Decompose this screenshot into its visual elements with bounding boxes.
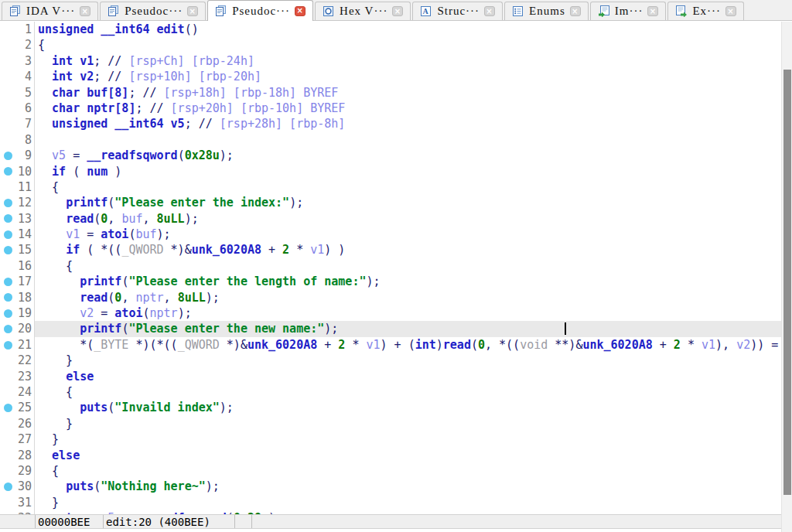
code-line[interactable]: 26 } <box>0 416 781 431</box>
code-line[interactable]: 1unsigned __int64 edit() <box>0 22 781 37</box>
gutter-marker-cell <box>0 353 15 368</box>
code-line[interactable]: 14 v1 = atoi(buf); <box>0 227 781 242</box>
code-line[interactable]: 29 { <box>0 463 781 479</box>
code-line[interactable]: 4 int v2; // [rsp+10h] [rbp-20h] <box>0 69 781 84</box>
tab-close-icon[interactable]: × <box>80 6 90 16</box>
line-number: 26 <box>15 416 35 431</box>
code-line[interactable]: 28 else <box>0 448 781 463</box>
code-text: } <box>35 353 781 368</box>
tab-close-icon[interactable]: × <box>392 6 403 16</box>
tab-label: Enums <box>529 5 565 18</box>
code-line[interactable]: 9 v5 = __readfsqword(0x28u); <box>0 148 781 163</box>
status-bar: 00000BEEedit:20 (400BEE) <box>0 514 781 529</box>
line-number: 16 <box>15 258 35 274</box>
tab-0-idav[interactable]: IDA V···× <box>2 2 98 20</box>
code-line[interactable]: 31 } <box>0 495 781 510</box>
tab-close-icon[interactable]: × <box>725 6 736 16</box>
line-number: 24 <box>15 384 35 400</box>
code-line[interactable]: 2{ <box>0 37 781 53</box>
gutter-marker-cell <box>0 416 15 431</box>
tab-5-enums[interactable]: Enums× <box>504 2 589 20</box>
code-line[interactable]: 17 printf("Please enter the length of na… <box>0 274 781 289</box>
code-text: char nptr[8]; // [rsp+20h] [rbp-10h] BYR… <box>35 101 781 116</box>
code-text: printf("Please enter the new name:"); <box>35 321 781 336</box>
tab-4-struc[interactable]: AStruc···× <box>412 2 503 20</box>
code-text <box>35 132 781 148</box>
code-text: puts("Invaild index"); <box>35 400 781 415</box>
code-text: if ( *((_QWORD *)&unk_6020A8 + 2 * v1) ) <box>35 242 781 257</box>
tab-close-icon[interactable]: × <box>570 6 581 16</box>
tab-bar: IDA V···×Pseudoc···×Pseudoc···×Hex V···×… <box>0 0 792 21</box>
code-line[interactable]: 11 { <box>0 179 781 195</box>
line-number: 27 <box>15 431 35 447</box>
tab-label: IDA V··· <box>26 5 75 18</box>
tab-close-icon[interactable]: × <box>484 6 495 16</box>
code-line[interactable]: 12 printf("Please enter the index:"); <box>0 195 781 210</box>
code-line[interactable]: 16 { <box>0 258 781 274</box>
code-text: puts("Nothing here~"); <box>35 479 781 494</box>
code-line[interactable]: 25 puts("Invaild index"); <box>0 400 781 415</box>
tab-1-pseudoc[interactable]: Pseudoc···× <box>100 2 206 20</box>
line-number: 10 <box>15 164 35 179</box>
code-line[interactable]: 27 } <box>0 431 781 447</box>
scrollbar-thumb[interactable] <box>783 70 791 495</box>
code-line[interactable]: 3 int v1; // [rsp+Ch] [rbp-24h] <box>0 53 781 69</box>
code-line[interactable]: 18 read(0, nptr, 8uLL); <box>0 290 781 305</box>
code-line[interactable]: 21 *(_BYTE *)(*((_QWORD *)&unk_6020A8 + … <box>0 337 781 353</box>
line-number: 17 <box>15 274 35 289</box>
code-line[interactable]: 22 } <box>0 353 781 368</box>
gutter-marker-cell <box>0 495 15 510</box>
code-line[interactable]: 23 else <box>0 369 781 384</box>
line-number: 29 <box>15 463 35 479</box>
code-line[interactable]: 8 <box>0 132 781 148</box>
pseudocode-icon <box>108 5 120 17</box>
hex-view-icon <box>323 5 335 17</box>
tab-close-icon[interactable]: × <box>187 6 198 16</box>
line-number: 28 <box>15 448 35 463</box>
code-text: int v2; // [rsp+10h] [rbp-20h] <box>35 69 781 84</box>
code-area[interactable]: 1unsigned __int64 edit()2{3 int v1; // [… <box>0 22 781 532</box>
code-line[interactable]: 13 read(0, buf, 8uLL); <box>0 211 781 227</box>
code-text: read(0, nptr, 8uLL); <box>35 290 781 305</box>
status-cell-3 <box>235 515 252 528</box>
gutter-marker-cell <box>0 384 15 400</box>
code-line[interactable]: 7 unsigned __int64 v5; // [rsp+28h] [rbp… <box>0 116 781 131</box>
address-marker-dot-icon <box>4 404 12 412</box>
pseudocode-icon <box>215 5 227 17</box>
code-line[interactable]: 20 printf("Please enter the new name:"); <box>0 321 781 336</box>
code-line[interactable]: 10 if ( num ) <box>0 164 781 179</box>
gutter-marker-cell <box>0 53 15 69</box>
address-marker-dot-icon <box>4 214 12 223</box>
code-line[interactable]: 24 { <box>0 384 781 400</box>
address-marker-dot-icon <box>4 278 12 286</box>
code-text: } <box>35 431 781 447</box>
code-text: else <box>35 369 781 384</box>
tab-2-pseudoc[interactable]: Pseudoc···× <box>207 0 313 21</box>
code-text: { <box>35 258 781 274</box>
code-line[interactable]: 30 puts("Nothing here~"); <box>0 479 781 494</box>
code-line[interactable]: 5 char buf[8]; // [rsp+18h] [rbp-18h] BY… <box>0 85 781 101</box>
tab-close-icon[interactable]: × <box>647 6 658 16</box>
tab-6-im[interactable]: Im···× <box>590 2 667 20</box>
tab-close-icon[interactable]: × <box>295 6 306 16</box>
code-text: int v1; // [rsp+Ch] [rbp-24h] <box>35 53 781 69</box>
gutter-marker-cell <box>0 369 15 384</box>
status-cell-1: 00000BEE <box>36 515 104 528</box>
code-line[interactable]: 6 char nptr[8]; // [rsp+20h] [rbp-10h] B… <box>0 101 781 116</box>
code-line[interactable]: 15 if ( *((_QWORD *)&unk_6020A8 + 2 * v1… <box>0 242 781 257</box>
code-text: unsigned __int64 edit() <box>35 22 781 37</box>
tab-3-hexv[interactable]: Hex V···× <box>315 2 411 20</box>
line-number: 12 <box>15 195 35 210</box>
line-number: 5 <box>15 85 35 101</box>
code-text: if ( num ) <box>35 164 781 179</box>
code-text: { <box>35 463 781 479</box>
vertical-scrollbar[interactable] <box>781 22 792 532</box>
line-number: 31 <box>15 495 35 510</box>
address-marker-dot-icon <box>4 341 12 350</box>
tab-7-ex[interactable]: Ex···× <box>667 2 744 20</box>
gutter-marker-cell <box>0 227 15 242</box>
code-text: read(0, buf, 8uLL); <box>35 211 781 227</box>
address-marker-dot-icon <box>4 246 12 254</box>
tab-label: Ex··· <box>692 5 721 18</box>
code-line[interactable]: 19 v2 = atoi(nptr); <box>0 305 781 321</box>
